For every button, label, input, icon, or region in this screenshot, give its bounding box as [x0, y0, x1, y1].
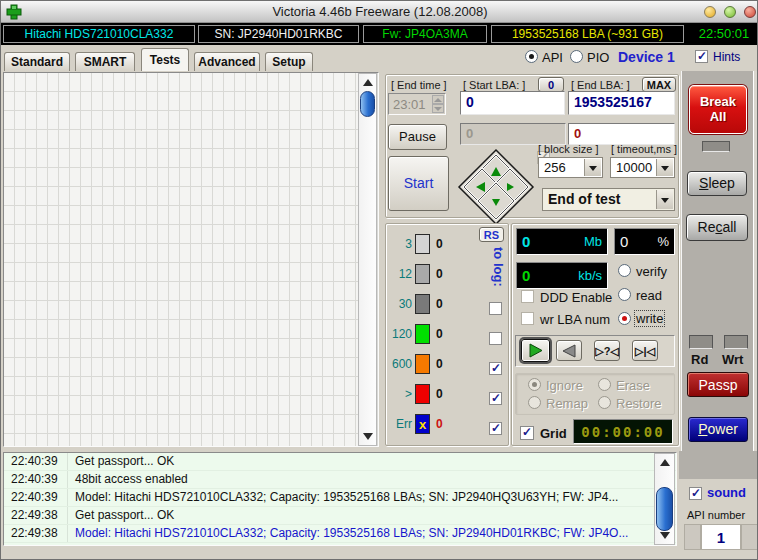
hist-count-120: 0 [436, 324, 443, 344]
start-lba-zero-button[interactable]: 0 [538, 77, 564, 92]
ddd-enable-checkbox[interactable] [521, 290, 534, 303]
percent-unit: % [657, 234, 669, 249]
verify-radio[interactable] [618, 264, 631, 277]
tab-advanced[interactable]: Advanced [194, 52, 260, 71]
to-log-checkbox-err[interactable] [489, 422, 502, 435]
percent-lcd: 0 % [614, 228, 675, 255]
log-message: Get passport... OK [68, 454, 174, 468]
pio-radio[interactable] [570, 50, 583, 63]
maximize-button[interactable] [724, 6, 736, 18]
restore-radio-label: Restore [616, 396, 662, 411]
end-time-down-icon[interactable] [432, 104, 444, 113]
log-time: 22:49:38 [4, 525, 68, 542]
surface-grid[interactable] [3, 72, 379, 447]
power-button[interactable]: Power [688, 417, 748, 442]
after-test-dropdown-icon[interactable] [656, 190, 673, 209]
remap-radio-label: Remap [546, 396, 588, 411]
grid-scroll-up-icon[interactable] [360, 75, 375, 90]
percent-value: 0 [620, 233, 628, 250]
after-test-combo[interactable]: End of test [542, 188, 675, 211]
power-rest: ower [707, 421, 737, 437]
timeout-dropdown-icon[interactable] [656, 159, 673, 176]
to-log-checkbox-gt[interactable] [489, 392, 502, 405]
back-button[interactable] [556, 340, 582, 361]
block-size-combo[interactable]: 256 [538, 157, 603, 178]
grid-checkbox[interactable] [520, 426, 534, 440]
drive-firmware: Fw: JP4OA3MA [363, 25, 487, 43]
passp-button[interactable]: Passp [687, 372, 749, 397]
err-x-icon: x [419, 417, 426, 432]
start-lba-input[interactable]: 0 [460, 91, 565, 115]
pio-radio-label: PIO [587, 50, 609, 65]
tab-standard[interactable]: Standard [4, 52, 70, 71]
erase-radio [598, 378, 611, 391]
block-size-dropdown-icon[interactable] [584, 159, 601, 176]
max-button[interactable]: MAX [642, 77, 676, 92]
log-scrollbar-thumb[interactable] [656, 487, 673, 531]
log-message: 48bit access enabled [68, 472, 188, 486]
log-time: 22:40:39 [4, 471, 68, 488]
log-scroll-up-icon[interactable] [656, 455, 673, 470]
error-count-input[interactable]: 0 [568, 123, 675, 145]
wrt-label: Wrt [722, 352, 743, 367]
to-log-checkbox-600[interactable] [489, 362, 502, 375]
log-message: Get passport... OK [68, 508, 174, 522]
to-log-checkbox-30[interactable] [489, 302, 502, 315]
ignore-radio-label: Ignore [546, 378, 583, 393]
timeout-combo[interactable]: 10000 [610, 157, 675, 178]
window-right-edge [753, 71, 758, 479]
grid-scrollbar-thumb[interactable] [360, 91, 375, 117]
seek-bad-button[interactable]: ▷?◁ [594, 340, 620, 361]
lba-nav-diamond[interactable] [457, 148, 535, 226]
drive-capacity: 1953525168 LBA (~931 GB) [491, 25, 684, 43]
read-radio[interactable] [618, 288, 631, 301]
start-button[interactable]: Start [388, 156, 449, 211]
write-radio-label: write [635, 311, 664, 326]
pause-button[interactable]: Pause [388, 124, 447, 150]
log-row: 22:40:39Model: Hitachi HDS721010CLA332; … [4, 489, 676, 507]
close-button[interactable] [744, 6, 756, 18]
api-radio[interactable] [525, 50, 538, 63]
play-button[interactable] [521, 339, 550, 362]
end-time-up-icon[interactable] [432, 95, 444, 104]
recall-button[interactable]: Recall [686, 214, 748, 241]
current-lba-display: 0 [460, 123, 566, 145]
mb-lcd: 0 Mb [516, 228, 608, 255]
victoria-window: Victoria 4.46b Freeware (12.08.2008) Hit… [0, 0, 758, 560]
to-log-checkbox-120[interactable] [489, 332, 502, 345]
block-size-value: 256 [544, 160, 566, 175]
log-panel[interactable]: 22:40:39Get passport... OK 22:40:3948bit… [3, 452, 677, 546]
log-scrollbar[interactable] [654, 453, 675, 545]
device-label: Device 1 [618, 49, 675, 65]
sleep-button[interactable]: Sleep [687, 171, 747, 196]
hist-block-600 [415, 354, 430, 374]
api-number-decrement-button[interactable] [684, 524, 701, 550]
sound-checkbox[interactable] [689, 487, 702, 500]
hints-checkbox[interactable] [695, 50, 708, 63]
ddd-enable-label: DDD Enable [540, 290, 612, 305]
tab-tests[interactable]: Tests [141, 48, 189, 71]
tab-smart[interactable]: SMART [75, 52, 135, 71]
end-time-spinner[interactable]: 23:01 [388, 93, 446, 115]
hist-block-120 [415, 324, 430, 344]
recall-rest: all [722, 219, 736, 235]
break-all-button[interactable]: Break All [689, 85, 747, 134]
sound-label: sound [707, 485, 746, 500]
wr-lba-num-checkbox[interactable] [521, 312, 534, 325]
seek-end-button[interactable]: ▷|◁ [632, 340, 658, 361]
minimize-button[interactable] [704, 6, 716, 18]
tab-setup[interactable]: Setup [265, 52, 313, 71]
api-number-increment-button[interactable] [741, 524, 758, 550]
hist-label-3: 3 [385, 234, 412, 254]
rs-button[interactable]: RS [479, 227, 504, 242]
grid-scrollbar[interactable] [358, 73, 377, 446]
log-scroll-down-icon[interactable] [656, 528, 673, 543]
end-lba-input[interactable]: 1953525167 [568, 91, 675, 115]
end-time-value: 23:01 [393, 97, 426, 112]
write-radio[interactable] [618, 312, 631, 325]
erase-radio-label: Erase [616, 378, 650, 393]
api-number-value[interactable]: 1 [701, 524, 741, 550]
mb-unit: Mb [584, 234, 602, 249]
grid-checkbox-label: Grid [540, 426, 567, 441]
grid-scroll-down-icon[interactable] [360, 429, 375, 444]
